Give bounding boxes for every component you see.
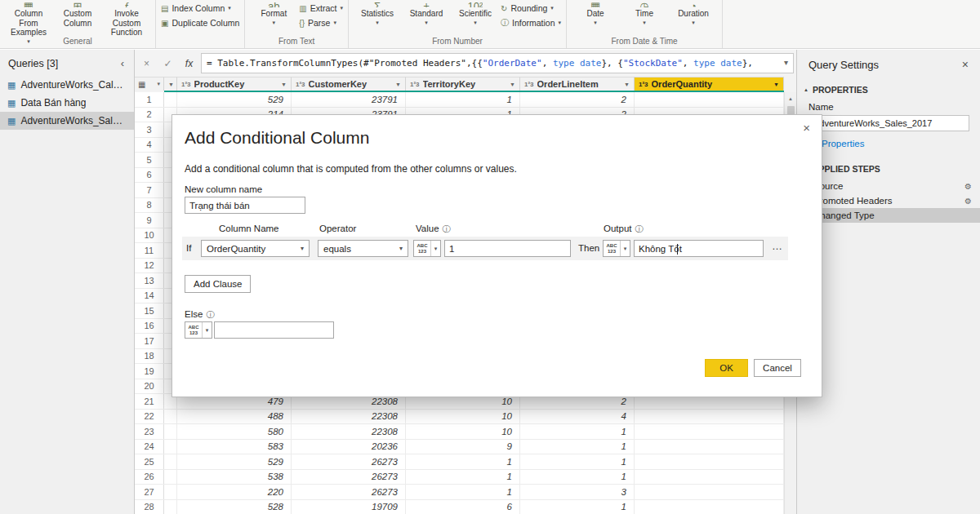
value-input[interactable] (444, 240, 571, 257)
table-cell[interactable]: 1 (406, 485, 520, 499)
collapse-pane-icon[interactable]: ‹ (121, 60, 124, 68)
ribbon-button-scientific[interactable]: 10²Scientific▾ (452, 1, 499, 26)
cancel-button[interactable]: Cancel (754, 359, 801, 377)
formula-check-icon[interactable]: ✓ (158, 55, 177, 73)
table-cell[interactable]: 1 (406, 470, 520, 485)
table-cell[interactable] (635, 424, 784, 439)
column-name-dropdown[interactable]: OrderQuantity ▾ (201, 240, 310, 257)
column-header-orderquantity[interactable]: 1²3OrderQuantity▼ (635, 77, 784, 91)
ribbon-button-time[interactable]: ◷Time▾ (621, 1, 668, 26)
ribbon-button-rounding[interactable]: ↻Rounding▾ (501, 2, 561, 14)
new-column-name-input[interactable] (185, 197, 305, 214)
table-cell[interactable]: 19709 (292, 500, 406, 514)
table-cell[interactable] (635, 500, 784, 514)
table-cell[interactable]: 220 (177, 485, 292, 499)
scroll-up-icon[interactable]: ▲ (785, 92, 796, 104)
ribbon-button-parse[interactable]: {}Parse▾ (299, 17, 343, 29)
table-cell[interactable]: 1 (520, 470, 635, 485)
else-input[interactable] (214, 321, 334, 339)
filter-dropdown-icon[interactable]: ▼ (510, 82, 515, 87)
table-cell[interactable]: 10 (406, 410, 520, 424)
filter-dropdown-icon[interactable]: ▼ (281, 82, 287, 87)
value-type-dropdown[interactable]: ABC 123 ▾ (413, 240, 441, 257)
ok-button[interactable]: OK (705, 359, 748, 377)
filter-dropdown-icon[interactable]: ▼ (395, 82, 401, 87)
table-cell[interactable]: 26273 (292, 454, 406, 469)
column-header-customerkey[interactable]: 1²3CustomerKey▼ (292, 77, 406, 91)
table-cell[interactable] (635, 440, 784, 454)
output-type-dropdown[interactable]: ABC 123 ▾ (603, 240, 630, 257)
table-cell[interactable]: 10 (406, 424, 520, 439)
table-cell[interactable]: 22308 (292, 410, 406, 424)
formula-expand-icon[interactable]: ▾ (784, 58, 788, 67)
operator-dropdown[interactable]: equals ▾ (318, 240, 408, 257)
column-header-territorykey[interactable]: 1²3TerritoryKey▼ (406, 77, 520, 91)
table-cell[interactable]: 1 (520, 440, 635, 454)
table-cell[interactable]: 26273 (292, 485, 406, 499)
ribbon-button-standard[interactable]: ±Standard▾ (403, 1, 450, 26)
table-cell[interactable] (635, 410, 784, 424)
applied-step-source[interactable]: Source⚙ (797, 179, 980, 193)
ribbon-button-index-column[interactable]: ▤Index Column▾ (161, 2, 239, 14)
table-cell[interactable] (635, 92, 784, 107)
output-input[interactable]: Không Tốt (634, 240, 764, 257)
table-cell[interactable]: 22308 (292, 424, 406, 439)
table-cell[interactable]: 528 (177, 500, 292, 514)
table-cell[interactable]: 488 (177, 410, 292, 424)
gear-icon[interactable]: ⚙ (964, 197, 972, 206)
formula-cancel-icon[interactable]: × (137, 55, 156, 73)
applied-steps-section-header[interactable]: ▲ APPLIED STEPS (804, 164, 970, 174)
table-cell[interactable]: 23791 (292, 92, 406, 107)
applied-step-changed-type[interactable]: Changed Type (797, 208, 980, 223)
gear-icon[interactable]: ⚙ (964, 182, 972, 191)
table-cell[interactable]: 9 (406, 440, 520, 454)
close-icon[interactable]: × (962, 58, 969, 71)
table-cell[interactable]: 583 (177, 440, 292, 454)
properties-section-header[interactable]: ▲ PROPERTIES (804, 85, 970, 95)
table-cell[interactable]: 6 (406, 500, 520, 514)
table-cell[interactable]: 1 (520, 424, 635, 439)
ribbon-button-date[interactable]: ▦Date▾ (572, 1, 619, 26)
ribbon-button-custom-column[interactable]: ⊞Custom Column (54, 1, 101, 28)
select-all-button[interactable]: ▦ ▾ (135, 77, 164, 91)
formula-fx-icon[interactable]: fx (180, 55, 198, 73)
table-cell[interactable]: 1 (520, 454, 635, 469)
add-clause-button[interactable]: Add Clause (185, 275, 251, 293)
ribbon-button-duration[interactable]: ◔Duration▾ (670, 1, 717, 26)
column-header-productkey[interactable]: 1²3ProductKey▼ (177, 77, 292, 91)
table-cell[interactable]: 538 (177, 470, 292, 485)
table-cell[interactable] (635, 454, 784, 469)
ribbon-button-duplicate-column[interactable]: ▣Duplicate Column (161, 17, 239, 29)
filter-dropdown-icon[interactable]: ▼ (773, 82, 779, 87)
table-cell[interactable]: 20236 (292, 440, 406, 454)
ribbon-button-format[interactable]: abFormat▾ (250, 1, 297, 26)
query-item[interactable]: ▦AdventureWorks_Sales_2017 (0, 112, 134, 130)
table-cell[interactable]: 529 (177, 454, 292, 469)
more-options-button[interactable]: … (772, 240, 782, 252)
ribbon-button-statistics[interactable]: ΣStatistics▾ (354, 1, 401, 26)
table-cell[interactable]: 1 (520, 500, 635, 514)
column-header-orderlineitem[interactable]: 1²3OrderLineItem▼ (520, 77, 635, 91)
formula-input[interactable]: = Table.TransformColumnTypes(#"Promoted … (201, 53, 794, 73)
ribbon-button-information[interactable]: ⓘInformation▾ (501, 17, 561, 29)
table-cell[interactable]: 26273 (292, 470, 406, 485)
table-cell[interactable]: 1 (406, 92, 520, 107)
ribbon-button-extract[interactable]: ▥Extract▾ (299, 2, 343, 14)
table-cell[interactable]: 2 (520, 92, 635, 107)
partial-column-header[interactable]: ▼ (164, 77, 177, 91)
table-cell[interactable]: 4 (520, 410, 635, 424)
query-item[interactable]: ▦AdventureWorks_Calendar (0, 76, 134, 94)
table-cell[interactable]: 1 (406, 454, 520, 469)
ribbon-button-invoke-custom-function[interactable]: ƒInvoke Custom Function (103, 1, 150, 38)
query-name-input[interactable] (808, 115, 969, 131)
query-item[interactable]: ▦Data Bán hàng (0, 94, 134, 112)
table-cell[interactable]: 580 (177, 424, 292, 439)
applied-step-promoted-headers[interactable]: Promoted Headers⚙ (797, 193, 980, 208)
table-cell[interactable]: 529 (177, 92, 292, 107)
close-icon[interactable]: × (803, 121, 810, 135)
table-cell[interactable] (635, 485, 784, 499)
else-type-dropdown[interactable]: ABC 123 ▾ (185, 321, 212, 339)
filter-dropdown-icon[interactable]: ▼ (624, 82, 630, 87)
table-cell[interactable]: 3 (520, 485, 635, 499)
table-cell[interactable] (635, 470, 784, 485)
